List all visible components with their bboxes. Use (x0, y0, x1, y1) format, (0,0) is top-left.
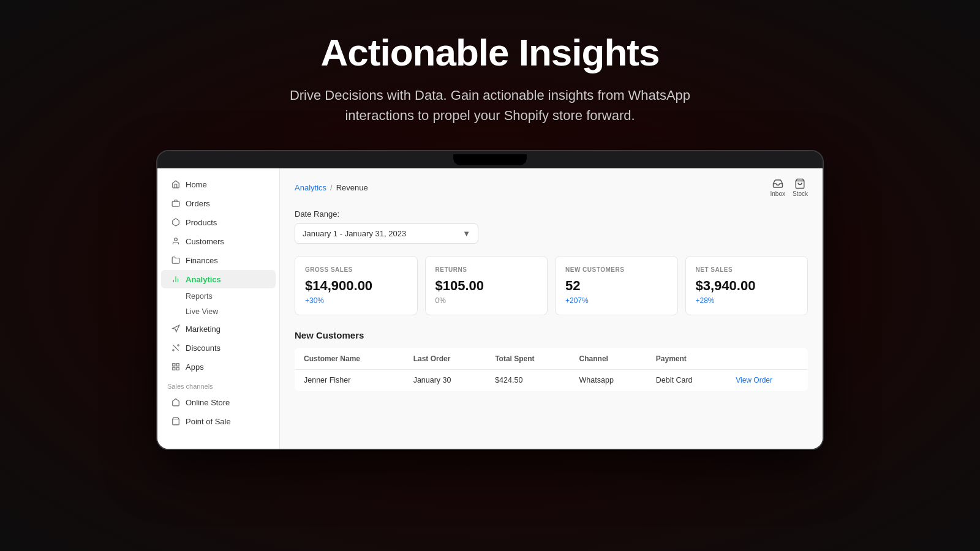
date-range-section: Date Range: January 1 - January 31, 2023… (295, 209, 808, 244)
sidebar-item-analytics[interactable]: Analytics (161, 270, 276, 288)
metric-change-returns: 0% (435, 296, 538, 305)
sidebar-label-home: Home (186, 180, 207, 189)
sidebar-label-products: Products (186, 218, 217, 227)
sidebar-item-reports[interactable]: Reports (161, 289, 276, 304)
sidebar-item-customers[interactable]: Customers (161, 232, 276, 250)
sidebar-label-reports: Reports (186, 292, 213, 301)
device-topbar (157, 151, 823, 168)
table-header-row: Customer Name Last Order Total Spent Cha… (295, 348, 808, 370)
bar-chart-icon (171, 274, 181, 284)
inbox-action[interactable]: Inbox (771, 178, 785, 197)
metric-card-net-sales: NET SALES $3,940.00 +28% (685, 256, 809, 315)
hero-section: Actionable Insights Drive Decisions with… (245, 0, 735, 144)
stock-action[interactable]: Stock (793, 178, 808, 197)
device-frame: Home Orders Products (156, 150, 824, 450)
sidebar-item-marketing[interactable]: Marketing (161, 320, 276, 338)
breadcrumb-separator: / (330, 183, 333, 192)
hero-title: Actionable Insights (257, 31, 723, 74)
metric-label-returns: RETURNS (435, 266, 538, 273)
customer-payment: Debit Card (647, 370, 727, 391)
svg-point-1 (175, 238, 178, 241)
svg-rect-8 (173, 364, 175, 366)
sidebar-label-customers: Customers (186, 237, 224, 246)
sidebar-item-finances[interactable]: Finances (161, 251, 276, 269)
sidebar-label-online-store: Online Store (186, 398, 230, 407)
date-range-label: Date Range: (295, 209, 808, 219)
metric-value-new-customers: 52 (565, 278, 668, 294)
metric-value-net-sales: $3,940.00 (696, 278, 798, 294)
sidebar-label-discounts: Discounts (186, 343, 221, 353)
sidebar-item-discounts[interactable]: Discounts (161, 339, 276, 357)
sidebar-item-home[interactable]: Home (161, 175, 276, 193)
new-customers-section: New Customers Customer Name Last Order T… (295, 330, 808, 391)
sidebar-item-live-view[interactable]: Live View (161, 304, 276, 319)
table-row: Jenner Fisher January 30 $424.50 Whatsap… (295, 370, 808, 391)
sidebar-item-point-of-sale[interactable]: Point of Sale (161, 412, 276, 430)
metric-card-gross-sales: GROSS SALES $14,900.00 +30% (295, 256, 418, 315)
metric-label-new-customers: NEW CUSTOMERS (565, 266, 668, 273)
metric-card-returns: RETURNS $105.00 0% (425, 256, 548, 315)
stock-icon (794, 178, 805, 189)
topbar-actions: Inbox Stock (771, 178, 808, 197)
view-order-button[interactable]: View Order (736, 376, 772, 384)
metric-value-gross-sales: $14,900.00 (305, 278, 407, 294)
store-icon (171, 397, 181, 407)
inbox-icon (772, 178, 783, 189)
person-icon (171, 236, 181, 246)
sidebar-label-point-of-sale: Point of Sale (186, 417, 231, 426)
house-icon (171, 179, 181, 189)
new-customers-title: New Customers (295, 330, 808, 340)
col-header-total-spent: Total Spent (486, 348, 570, 370)
metric-card-new-customers: NEW CUSTOMERS 52 +207% (555, 256, 678, 315)
sidebar-item-orders[interactable]: Orders (161, 194, 276, 212)
col-header-last-order: Last Order (405, 348, 487, 370)
metric-cards: GROSS SALES $14,900.00 +30% RETURNS $105… (295, 256, 808, 315)
sidebar-label-marketing: Marketing (186, 324, 221, 334)
topbar: Analytics / Revenue Inbox (295, 178, 808, 197)
customers-table: Customer Name Last Order Total Spent Cha… (295, 348, 808, 391)
customer-name: Jenner Fisher (295, 370, 405, 391)
bag-icon (171, 416, 181, 426)
sidebar-label-analytics: Analytics (186, 275, 221, 284)
metric-change-new-customers: +207% (565, 296, 668, 305)
metric-label-gross-sales: GROSS SALES (305, 266, 407, 273)
sidebar-item-products[interactable]: Products (161, 213, 276, 231)
breadcrumb-current: Revenue (336, 183, 368, 192)
svg-rect-11 (173, 367, 175, 370)
svg-point-6 (173, 350, 174, 351)
folder-icon (171, 255, 181, 265)
sidebar-item-apps[interactable]: Apps (161, 358, 276, 376)
metric-label-net-sales: NET SALES (696, 266, 798, 273)
date-range-picker[interactable]: January 1 - January 31, 2023 ▼ (295, 223, 478, 244)
sidebar: Home Orders Products (157, 168, 280, 449)
main-content: Analytics / Revenue Inbox (280, 168, 823, 449)
inbox-label: Inbox (771, 190, 785, 197)
sidebar-label-apps: Apps (186, 362, 204, 372)
breadcrumb-analytics-link[interactable]: Analytics (295, 183, 326, 192)
breadcrumb: Analytics / Revenue (295, 183, 368, 192)
megaphone-icon (171, 324, 181, 334)
col-header-payment: Payment (647, 348, 727, 370)
metric-value-returns: $105.00 (435, 278, 538, 294)
sidebar-label-finances: Finances (186, 256, 218, 265)
customer-last-order: January 30 (405, 370, 487, 391)
svg-rect-10 (176, 367, 179, 370)
svg-rect-9 (176, 364, 179, 366)
metric-change-net-sales: +28% (696, 296, 798, 305)
date-range-value: January 1 - January 31, 2023 (303, 229, 406, 238)
col-header-name: Customer Name (295, 348, 405, 370)
customer-total-spent: $424.50 (486, 370, 570, 391)
metric-change-gross-sales: +30% (305, 296, 407, 305)
svg-point-5 (178, 345, 179, 346)
col-header-action (727, 348, 807, 370)
sales-channels-label: Sales channels (157, 377, 279, 392)
customer-channel: Whatsapp (571, 370, 647, 391)
tag-icon (171, 198, 181, 208)
sidebar-label-orders: Orders (186, 199, 210, 208)
grid-icon (171, 362, 181, 372)
sidebar-label-live-view: Live View (186, 307, 218, 316)
svg-rect-0 (172, 201, 179, 206)
app-window: Home Orders Products (157, 168, 823, 449)
chevron-down-icon: ▼ (462, 229, 470, 238)
sidebar-item-online-store[interactable]: Online Store (161, 393, 276, 411)
